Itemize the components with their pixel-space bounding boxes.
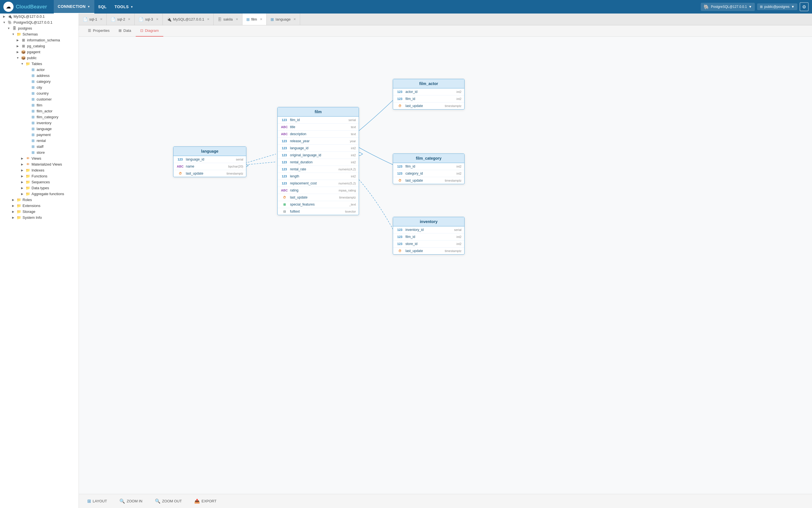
sub-tab-data[interactable]: ⊞ Data [114,25,135,37]
tab-close-icon[interactable]: ✕ [236,17,238,21]
sidebar-item-sequences[interactable]: ▶ 📁 Sequences [0,179,79,185]
sidebar-item-film-category[interactable]: ⊞ film_category [0,114,79,120]
sidebar-item-rental[interactable]: ⊞ rental [0,138,79,143]
tab-sql-1[interactable]: 📄 sql-1 ✕ [79,13,107,25]
sidebar-item-public[interactable]: ▼ 📦 public [0,55,79,61]
sidebar-item-film[interactable]: ⊞ film [0,102,79,108]
sub-tab-properties[interactable]: ☰ Properties [83,25,114,37]
arrow-icon: ▶ [11,204,15,207]
tab-close-icon[interactable]: ✕ [100,17,102,21]
sidebar-item-address[interactable]: ⊞ address [0,73,79,79]
entity-row: ABC title text [277,124,359,131]
sidebar-item-country[interactable]: ⊞ country [0,90,79,96]
db-icon: 🗄 [12,26,17,31]
sidebar-item-city[interactable]: ⊞ city [0,84,79,90]
field-type: timestamptz [227,172,243,175]
entity-row: 123 language_id int2 [277,145,359,152]
entity-row: 123 actor_id int2 [393,88,464,95]
sidebar-item-actor[interactable]: ⊞ actor [0,67,79,73]
layout-button[interactable]: ⊞ LAYOUT [84,497,110,505]
tab-sql-3[interactable]: 📄 sql-3 ✕ [135,13,163,25]
sidebar-item-film-actor[interactable]: ⊞ film_actor [0,108,79,114]
sidebar-item-views[interactable]: ▶ 👁 Views [0,156,79,161]
sidebar-item-label: country [37,91,77,95]
tab-sakila[interactable]: 🗄 sakila ✕ [214,13,242,25]
field-name: name [186,164,227,168]
sql-nav-btn[interactable]: SQL [94,0,111,13]
zoom-in-button[interactable]: 🔍 ZOOM IN [117,497,145,505]
tab-mysql[interactable]: 🔌 MySQL@127.0.0.1 ✕ [163,13,214,25]
tab-icon: 📄 [138,17,143,22]
storage-icon: 📁 [16,210,22,214]
sidebar-item-information-schema[interactable]: ▶ ⊞ information_schema [0,37,79,43]
tab-close-icon[interactable]: ✕ [128,17,130,21]
sidebar-item-system-info[interactable]: ▶ 📁 System Info [0,215,79,220]
sidebar-item-payment[interactable]: ⊞ payment [0,132,79,138]
sidebar-item-staff[interactable]: ⊞ staff [0,143,79,150]
main-layout: ▶ 🔌 MySQL@127.0.0.1 ▼ 🐘 PostgreSQL@127.0… [0,13,812,508]
export-button[interactable]: 📤 EXPORT [191,497,219,505]
sidebar-item-store[interactable]: ⊞ store [0,150,79,156]
sidebar-item-extensions[interactable]: ▶ 📁 Extensions [0,203,79,209]
sidebar-item-functions[interactable]: ▶ 📁 Functions [0,173,79,179]
sidebar-item-pgagent[interactable]: ▶ 📦 pgagent [0,49,79,55]
field-type-icon: ABC [281,132,288,136]
sidebar-item-storage[interactable]: ▶ 📁 Storage [0,209,79,215]
settings-button[interactable]: ⚙ [800,2,809,11]
tools-nav-btn[interactable]: TOOLS ▼ [111,0,137,13]
field-type-icon: 123 [396,235,404,239]
field-name: fulltext [290,210,343,213]
arrow-icon: ▼ [7,27,11,30]
sidebar-item-pg-catalog[interactable]: ▶ ⊞ pg_catalog [0,43,79,49]
field-name: category_id [405,171,455,175]
sidebar-item-customer[interactable]: ⊞ customer [0,96,79,102]
tab-film[interactable]: ⊞ film ✕ [243,13,267,25]
tab-close-icon[interactable]: ✕ [207,17,210,21]
sidebar-item-data-types[interactable]: ▶ 📁 Data types [0,185,79,191]
tab-close-icon[interactable]: ✕ [156,17,159,21]
field-name: last_update [186,171,225,175]
arrow-icon: ▶ [20,163,24,166]
active-db-badge[interactable]: 🐘 PostgreSQL@127.0.0.1 ▼ [701,3,755,11]
sidebar-item-postgres-conn[interactable]: ▼ 🐘 PostgreSQL@127.0.0.1 [0,19,79,25]
sidebar-item-schemas[interactable]: ▼ 📁 Schemas [0,31,79,37]
sub-tab-diagram[interactable]: ⊡ Diagram [136,25,163,37]
tab-label: film [251,17,257,22]
zoom-out-button[interactable]: 🔍 ZOOM OUT [152,497,185,505]
mat-views-icon: 👁 [25,162,31,166]
entity-row: 123 replacement_cost numeric(5,2) [277,180,359,187]
tab-sql-2[interactable]: 📄 sql-2 ✕ [107,13,135,25]
tab-close-icon[interactable]: ✕ [260,17,262,21]
sidebar-item-mysql[interactable]: ▶ 🔌 MySQL@127.0.0.1 [0,13,79,19]
active-schema-badge[interactable]: ⊞ public@postgres ▼ [757,3,797,10]
tab-close-icon[interactable]: ✕ [293,17,296,21]
field-name: description [290,132,349,136]
sidebar-item-label: rental [37,138,77,143]
field-name: film_id [405,164,455,168]
sidebar-item-materialized-views[interactable]: ▶ 👁 Materialized Views [0,161,79,167]
sidebar-item-language[interactable]: ⊞ language [0,126,79,132]
table-icon: ⊞ [31,151,36,155]
sidebar-item-indexes[interactable]: ▶ 📁 Indexes [0,167,79,173]
field-type-icon: 123 [281,146,288,150]
sidebar-item-aggregate-functions[interactable]: ▶ 📁 Aggregate functions [0,191,79,197]
sidebar-item-postgres-db[interactable]: ▼ 🗄 postgres [0,25,79,31]
sidebar-item-label: postgres [18,26,77,31]
logo[interactable]: ☁ CloudBeaver [3,2,47,12]
entity-row: 123 rental_rate numeric(4,2) [277,166,359,173]
field-type: int2 [351,161,356,164]
field-type-icon: ABC [176,165,184,168]
sidebar-item-category[interactable]: ⊞ category [0,79,79,84]
table-icon: ⊞ [31,85,36,90]
arrow-icon: ▶ [20,157,24,160]
sidebar-item-roles[interactable]: ▶ 📁 Roles [0,197,79,203]
connection-nav-btn[interactable]: CONNECTION ▼ [54,0,94,13]
tab-language[interactable]: ⊞ language ✕ [267,13,300,25]
field-type: timestamptz [445,179,462,182]
postgres-icon: 🐘 [7,20,12,25]
sidebar-item-tables[interactable]: ▼ 📁 Tables [0,61,79,67]
field-name: film_id [405,235,455,239]
field-name: film_id [290,118,347,122]
arrow-icon: ▶ [11,198,15,201]
sidebar-item-inventory[interactable]: ⊞ inventory [0,120,79,126]
